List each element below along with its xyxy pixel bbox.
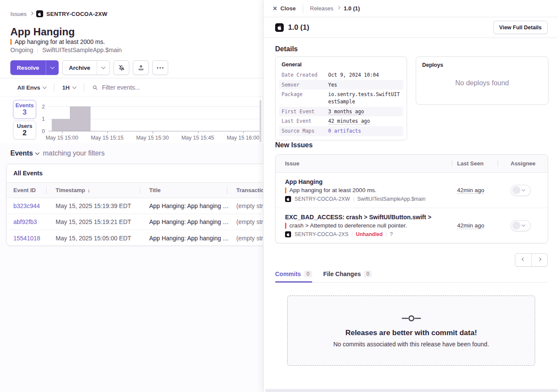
divider [84,83,84,92]
axis-tick [198,131,198,134]
more-actions-button[interactable] [152,60,168,75]
breadcrumb-project: SENTRY-COCOA-2XW [47,11,108,17]
issue-description: crash > Attempted to dereference null po… [289,222,407,229]
x-axis [48,131,260,131]
axis-tick [243,131,244,134]
resolve-dropdown-button[interactable] [46,60,59,75]
drawer-body: Details General Date Created Oct 9, 2024… [263,38,558,392]
general-label: Date Created [282,72,328,79]
general-row: Package io.sentry.tests.SwiftUITestSampl… [279,90,403,106]
chevron-down-icon [522,188,525,191]
assignee-dropdown[interactable] [511,220,531,231]
x-axis-label: May 15 15:00 [38,135,86,141]
share-button[interactable] [133,60,149,75]
issue-toolbar: Resolve Archive [10,60,168,75]
breadcrumb-issues-link[interactable]: Issues [10,11,27,17]
view-full-details-button[interactable]: View Full Details [493,21,548,34]
scrollbar-thumb[interactable] [260,100,261,142]
event-timestamp: May 15, 2025 15:19:21 EDT [49,218,142,225]
release-version: 1.0 (1) [288,23,309,32]
close-icon: × [273,5,277,12]
general-card: General Date Created Oct 9, 2024 10:04 S… [275,56,407,140]
environment-filter[interactable]: All Envs [17,84,46,91]
apple-platform-icon [285,196,291,202]
apple-platform-icon [285,231,291,237]
last-seen-value[interactable]: 42min ago [457,187,484,194]
x-axis-label: May 15 15:45 [174,135,222,141]
general-label: Package [282,91,328,105]
avatar [512,221,520,230]
event-timestamp: May 15, 2025 15:19:39 EDT [49,202,142,209]
ellipsis-icon [157,67,163,68]
new-issue-row[interactable]: EXC_BAD_ACCESS: crash > SwiftUI/Button.s… [276,208,548,243]
event-timestamp: May 15, 2025 15:05:00 EDT [49,235,142,242]
breadcrumb-releases-link[interactable]: Releases [310,5,333,12]
apple-platform-icon [275,23,284,32]
x-axis-label: May 15 15:30 [129,135,176,141]
archive-dropdown-button[interactable] [97,61,110,75]
release-details-drawer: × Close Releases 1.0 (1) 1.0 (1) View Fu… [263,0,558,392]
divider [386,232,386,237]
next-page-button[interactable] [531,254,547,266]
issue-title-link[interactable]: App Hanging [285,178,457,185]
level-warning-bar [285,187,286,193]
event-id-link[interactable]: 15541018 [6,235,49,242]
resolve-button[interactable]: Resolve [10,60,46,75]
events-heading-suffix: matching your filters [43,149,104,157]
event-title: App Hanging: App hanging for at least 20… [142,235,229,242]
level-error-bar [285,223,286,229]
last-seen-value[interactable]: 42min ago [457,222,484,229]
events-bar-chart: May 15 15:00May 15 15:15May 15 15:30May … [48,103,260,131]
event-id-link[interactable]: b323c944 [6,202,49,209]
tab-file-changes[interactable]: File Changes 0 [323,271,372,277]
tab-count-badge: 0 [304,271,312,277]
issue-project: SENTRY-COCOA-2XS [295,231,348,237]
commits-empty-state: Releases are better with commit data! No… [287,296,535,366]
sort-desc-icon: ↓ [87,187,90,193]
source-maps-link[interactable]: 0 artifacts [328,128,361,134]
tab-label: Commits [275,271,301,277]
chevron-left-icon [521,258,525,261]
chevron-down-icon [522,223,525,227]
deploys-empty-message: No deploys found [422,79,542,87]
general-row: Source Maps 0 artifacts [279,126,403,136]
users-stat-value: 2 [13,129,36,137]
horizontal-scrollbar[interactable] [265,389,558,392]
help-icon[interactable]: ? [390,231,393,237]
new-issue-row[interactable]: App Hanging App hanging for at least 200… [276,173,548,208]
close-drawer-button[interactable]: × Close [273,5,296,12]
general-row: Last Event 42 minutes ago [279,116,403,126]
archive-split-button: Archive [62,60,110,75]
issue-status: Ongoing [10,47,33,53]
previous-page-button[interactable] [515,254,531,266]
general-label: Last Event [282,118,328,125]
search-input[interactable] [102,84,232,91]
event-id-link[interactable]: abf92fb3 [6,218,49,225]
column-header-timestamp[interactable]: Timestamp↓ [49,183,142,198]
column-header-title[interactable]: Title [142,183,229,198]
issue-description: App hanging for at least 2000 ms. [15,38,105,45]
archive-button[interactable]: Archive [63,61,97,75]
x-axis-label: May 15 15:15 [84,135,131,141]
chevron-down-icon [43,85,47,89]
general-card-title: General [279,62,403,68]
column-header-assignee: Assignee [503,160,548,167]
chevron-down-icon [72,85,76,89]
chevron-down-icon [101,65,106,69]
mute-button[interactable] [113,60,129,75]
drawer-breadcrumb: Releases 1.0 (1) [310,5,360,12]
column-header-event-id[interactable]: Event ID [6,183,49,198]
events-type-selector[interactable]: Events [10,149,39,157]
first-event-value[interactable]: 3 months ago [328,109,364,115]
issue-description-row: App hanging for at least 2000 ms. [10,38,105,45]
issue-title-link[interactable]: EXC_BAD_ACCESS: crash > SwiftUI/Button.s… [285,214,457,221]
assignee-dropdown[interactable] [511,185,531,196]
last-event-value[interactable]: 42 minutes ago [328,118,370,124]
time-range-filter[interactable]: 1H [62,84,75,91]
general-value: Oct 9, 2024 10:04 [328,72,401,79]
chevron-down-icon [35,151,40,155]
events-stat-card[interactable]: Events 3 [13,100,36,119]
general-label: Semver [282,81,328,89]
users-stat-card[interactable]: Users 2 [13,121,36,140]
tab-commits[interactable]: Commits 0 [275,271,312,277]
